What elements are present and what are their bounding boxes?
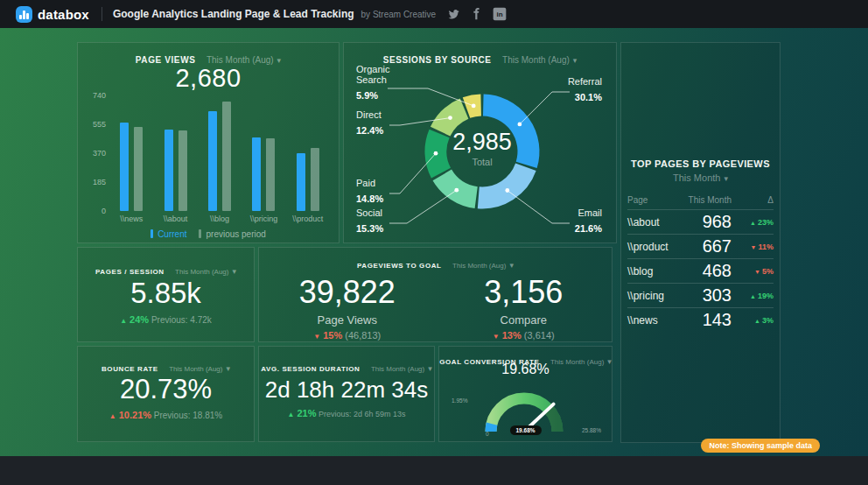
panel-title: PAGES / SESSION [95, 268, 164, 276]
previous-value: Previous: 4.72k [151, 315, 212, 325]
bar-group [286, 95, 330, 211]
slice-label-referral: Referral30.1% [568, 76, 602, 102]
metric-compare: 3,156 Compare ▼13% (3,614) [436, 248, 612, 341]
topbar-divider [102, 7, 102, 21]
bar-groups [109, 95, 330, 211]
metric-label: Compare [436, 313, 612, 327]
databox-logo[interactable]: databox [16, 6, 89, 23]
table-row: \\product667▼11% [627, 234, 774, 258]
table-row: \\news143▲3% [627, 307, 774, 332]
period-dropdown[interactable]: This Month [621, 172, 780, 183]
dashboard-screen: databox Google Analytics Landing Page & … [0, 0, 868, 485]
bounce-rate-panel: BOUNCE RATE This Month (Aug) 20.73% ▲10.… [77, 346, 255, 442]
pages-per-session-value: 5.85k [78, 277, 254, 310]
sample-data-note: Note: Showing sample data [701, 439, 820, 453]
x-axis-labels: \\news\\about\\blog\\pricing\\product [109, 214, 330, 223]
bar-group [242, 95, 285, 211]
delta-row: ▲24% Previous: 4.72k [78, 314, 254, 325]
delta-row: ▲21% Previous: 2d 6h 59m 13s [259, 408, 434, 418]
panel-title: BOUNCE RATE [102, 365, 158, 373]
bar-group [109, 95, 153, 211]
top-bar: databox Google Analytics Landing Page & … [0, 0, 868, 28]
page-views-total: 2,680 [78, 64, 339, 93]
bar-group [198, 95, 242, 211]
dashboard-byline: by Stream Creative [361, 10, 437, 19]
table-row: \\blog468▼5% [627, 258, 774, 283]
panel-title: AVG. SESSION DURATION [261, 365, 360, 373]
slice-label-direct: Direct12.4% [356, 109, 383, 136]
table-row: \\about968▲23% [627, 209, 774, 234]
pageviews-to-goal-panel: PAGEVIEWS TO GOAL This Month (Aug) 39,82… [258, 247, 612, 342]
legend-previous: previous period [199, 229, 265, 239]
dashboard-canvas: PAGE VIEWS This Month (Aug) 2,680 018537… [0, 28, 868, 456]
linkedin-icon[interactable]: in [492, 7, 507, 22]
donut-center: 2,985 Total [424, 129, 540, 167]
bar-group [153, 95, 197, 211]
compare-value: (3,614) [524, 330, 555, 341]
gauge-value-pill: 19.68% [509, 425, 541, 435]
chevron-down-icon [424, 365, 432, 373]
metric-page-views: 39,822 Page Views ▼15% (46,813) [259, 248, 436, 341]
sessions-total-label: Total [424, 157, 540, 167]
pages-per-session-panel: PAGES / SESSION This Month (Aug) 5.85k ▲… [77, 247, 255, 342]
metric-value: 3,156 [436, 274, 612, 311]
sessions-total: 2,985 [424, 129, 540, 156]
slice-label-paid: Paid14.8% [356, 178, 383, 204]
period-dropdown[interactable]: This Month (Aug) [169, 365, 230, 373]
dashboard-title: Google Analytics Landing Page & Lead Tra… [113, 8, 354, 20]
gauge-marker-label: 1.95% [452, 397, 467, 404]
sessions-by-source-panel: SESSIONS BY SOURCE This Month (Aug) 2,98… [343, 42, 617, 243]
brand-name: databox [38, 7, 89, 22]
gauge-max-label: 25.88% [582, 427, 601, 433]
table-header: Page This Month Δ [627, 190, 774, 209]
period-dropdown[interactable]: This Month (Aug) [371, 365, 432, 373]
twitter-icon[interactable] [446, 7, 461, 22]
previous-value: Previous: 18.81% [154, 411, 222, 420]
databox-logo-icon [16, 6, 32, 23]
y-axis: 0185370555740 [87, 95, 109, 211]
legend-current: Current [150, 229, 186, 239]
previous-value: Previous: 2d 6h 59m 13s [318, 410, 406, 418]
delta-badge: ▲10.21% [109, 410, 151, 420]
compare-value: (46,813) [345, 330, 381, 341]
top-pages-panel: TOP PAGES BY PAGEVIEWS This Month Page T… [620, 42, 780, 443]
chevron-down-icon [222, 365, 230, 373]
slice-label-organic-search: Organic Search5.9% [356, 64, 403, 101]
page-views-bar-chart: 0185370555740 [87, 95, 330, 211]
top-pages-table: Page This Month Δ \\about968▲23%\\produc… [627, 190, 774, 332]
slice-label-social: Social15.3% [356, 207, 383, 234]
goal-conversion-rate-panel: GOAL CONVERSION RATE This Month (Aug) 19… [438, 346, 612, 442]
chevron-down-icon [228, 268, 236, 276]
delta-badge: ▲21% [287, 408, 316, 418]
slice-label-email: Email21.6% [575, 207, 602, 234]
chevron-down-icon [720, 172, 728, 183]
gauge-min-label: 0 [486, 431, 489, 437]
facebook-icon[interactable] [469, 7, 484, 22]
chart-legend: Current previous period [78, 229, 339, 239]
period-dropdown[interactable]: This Month (Aug) [175, 268, 236, 276]
delta-row: ▲10.21% Previous: 18.81% [78, 410, 254, 420]
metric-value: 39,822 [259, 274, 436, 311]
panel-title: TOP PAGES BY PAGEVIEWS [621, 158, 780, 169]
table-row: \\pricing303▲19% [627, 283, 774, 307]
delta-badge: ▲24% [120, 314, 149, 325]
svg-text:in: in [496, 11, 502, 18]
session-duration-value: 2d 18h 22m 34s [259, 376, 434, 404]
bounce-rate-value: 20.73% [78, 374, 254, 405]
metric-label: Page Views [259, 313, 436, 327]
page-views-panel: PAGE VIEWS This Month (Aug) 2,680 018537… [77, 42, 340, 243]
avg-session-duration-panel: AVG. SESSION DURATION This Month (Aug) 2… [258, 346, 435, 442]
delta-badge: ▼13% [493, 330, 522, 341]
delta-badge: ▼15% [313, 330, 342, 341]
